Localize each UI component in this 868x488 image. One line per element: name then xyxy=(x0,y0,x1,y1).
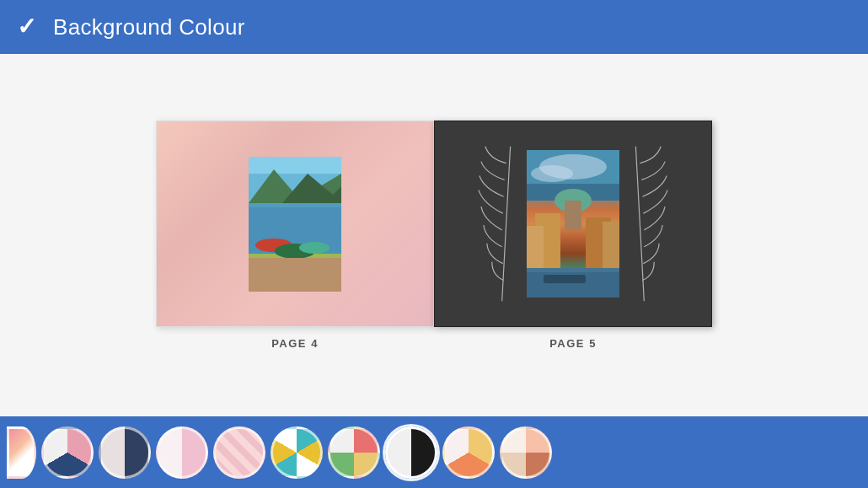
color-circle-5[interactable] xyxy=(328,426,380,479)
svg-rect-17 xyxy=(565,201,581,230)
svg-point-8 xyxy=(299,242,330,254)
svg-rect-5 xyxy=(249,203,341,207)
page5-label: PAGE 5 xyxy=(549,337,597,350)
color-circle-0[interactable] xyxy=(41,426,94,479)
confirm-icon[interactable]: ✓ xyxy=(17,15,36,39)
color-circle-7[interactable] xyxy=(442,426,495,479)
page4-photo xyxy=(249,157,341,292)
page5-photo xyxy=(527,150,619,298)
svg-rect-9 xyxy=(249,258,341,292)
color-circle-1[interactable] xyxy=(99,426,151,479)
page5-photo-svg xyxy=(527,150,619,298)
page-title: Background Colour xyxy=(53,14,245,40)
color-picker-bar xyxy=(0,416,868,488)
main-content: PAGE 4 xyxy=(0,54,868,416)
svg-point-15 xyxy=(531,165,573,182)
color-circle-3[interactable] xyxy=(213,426,265,479)
color-circle-2[interactable] xyxy=(156,426,208,479)
page5-canvas[interactable] xyxy=(434,121,712,327)
svg-rect-24 xyxy=(544,275,586,283)
header: ✓ Background Colour xyxy=(0,0,868,54)
page4-photo-svg xyxy=(249,157,341,292)
color-circle-partial[interactable] xyxy=(7,426,36,479)
page4-label: PAGE 4 xyxy=(271,337,319,350)
color-circle-8[interactable] xyxy=(500,426,552,479)
page5-wrapper: PAGE 5 xyxy=(434,121,712,350)
pages-container: PAGE 4 xyxy=(156,121,712,350)
page4-wrapper: PAGE 4 xyxy=(156,121,434,350)
color-circle-6[interactable] xyxy=(385,426,437,479)
svg-rect-23 xyxy=(527,268,619,272)
color-circle-4[interactable] xyxy=(271,426,323,479)
svg-line-10 xyxy=(502,147,511,301)
svg-line-11 xyxy=(635,147,644,301)
page4-canvas[interactable] xyxy=(156,121,434,327)
